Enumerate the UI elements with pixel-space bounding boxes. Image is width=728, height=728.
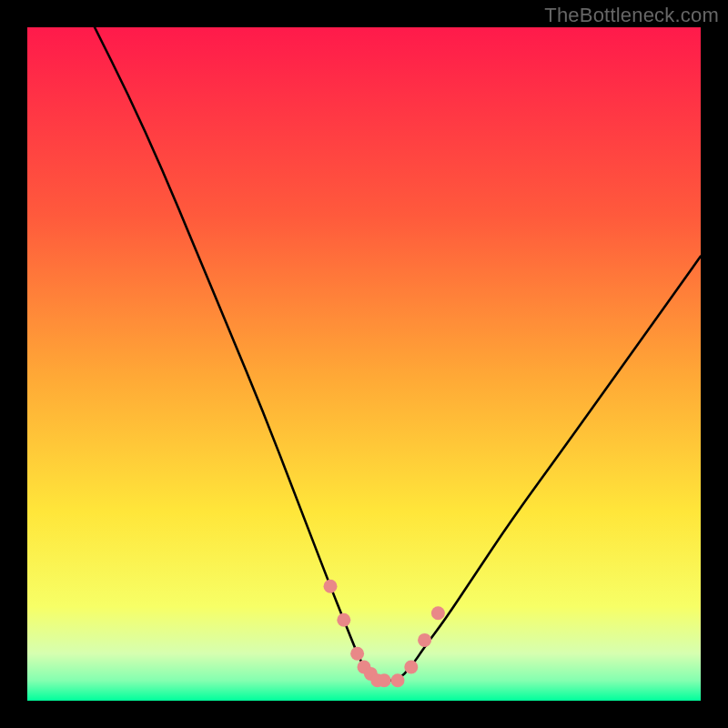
highlight-dot (404, 661, 418, 674)
chart-svg (27, 27, 701, 701)
highlight-dot (324, 580, 338, 593)
highlight-dot (350, 647, 364, 661)
watermark-text: TheBottleneck.com (544, 4, 719, 27)
highlight-dot (391, 673, 405, 687)
highlight-dot (378, 673, 391, 687)
chart-frame: TheBottleneck.com (0, 0, 728, 728)
highlight-dot (418, 633, 431, 647)
plot-area (27, 27, 701, 701)
highlight-dot (337, 613, 350, 627)
highlight-dot (431, 606, 445, 620)
gradient-background (27, 27, 701, 701)
